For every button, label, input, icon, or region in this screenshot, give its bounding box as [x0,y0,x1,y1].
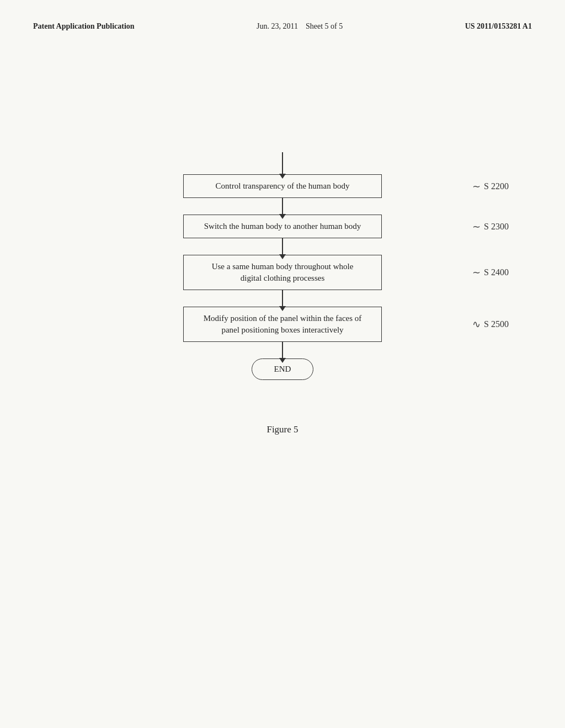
step-row-s2200: Control transparency of the human body ∼… [117,174,448,198]
arrow-s2500-end [282,342,283,358]
diagram-container: Control transparency of the human body ∼… [33,152,532,380]
date-label: Jun. 23, 2011 [257,22,298,30]
step-id-s2500: S 2500 [484,319,509,329]
arrow-s2300-s2400 [282,238,283,255]
arrow-s2400-s2500 [282,290,283,307]
step-label-s2500: ∿ S 2500 [472,318,509,330]
flowchart: Control transparency of the human body ∼… [117,152,448,380]
step-id-s2200: S 2200 [484,181,509,191]
step-s2500-text-line2: panel positioning boxes interactively [221,325,343,334]
patent-number-label: US 2011/0153281 A1 [465,22,532,31]
step-label-s2300: ∼ S 2300 [472,221,509,233]
step-s2400-text-line2: digital clothing processes [241,274,324,282]
step-box-s2200: Control transparency of the human body [183,174,382,198]
end-label: END [274,365,291,373]
curve-symbol-s2400: ∼ [472,266,481,279]
step-label-s2200: ∼ S 2200 [472,180,509,192]
curve-symbol-s2200: ∼ [472,180,481,192]
curve-symbol-s2300: ∼ [472,221,481,233]
publication-label: Patent Application Publication [33,22,135,31]
sheet-label: Sheet 5 of 5 [306,22,343,30]
curve-symbol-s2500: ∿ [472,318,481,330]
page: Patent Application Publication Jun. 23, … [0,0,565,728]
step-s2500-text-line1: Modify position of the panel within the … [204,314,362,323]
step-s2300-text: Switch the human body to another human b… [204,222,361,231]
step-row-s2400: Use a same human body throughout whole d… [117,255,448,290]
page-header: Patent Application Publication Jun. 23, … [33,22,532,31]
figure-caption: Figure 5 [33,424,532,435]
arrow-s2200-s2300 [282,198,283,215]
step-box-s2500: Modify position of the panel within the … [183,307,382,342]
step-box-s2300: Switch the human body to another human b… [183,215,382,238]
step-s2400-text-line1: Use a same human body throughout whole [212,262,354,271]
initial-arrow [282,152,283,174]
date-sheet-label: Jun. 23, 2011 Sheet 5 of 5 [257,22,343,31]
step-s2200-text: Control transparency of the human body [216,181,350,190]
step-id-s2400: S 2400 [484,267,509,277]
step-box-s2400: Use a same human body throughout whole d… [183,255,382,290]
step-row-s2500: Modify position of the panel within the … [117,307,448,342]
step-label-s2400: ∼ S 2400 [472,266,509,279]
step-row-s2300: Switch the human body to another human b… [117,215,448,238]
figure-caption-text: Figure 5 [266,424,298,435]
step-id-s2300: S 2300 [484,222,509,232]
